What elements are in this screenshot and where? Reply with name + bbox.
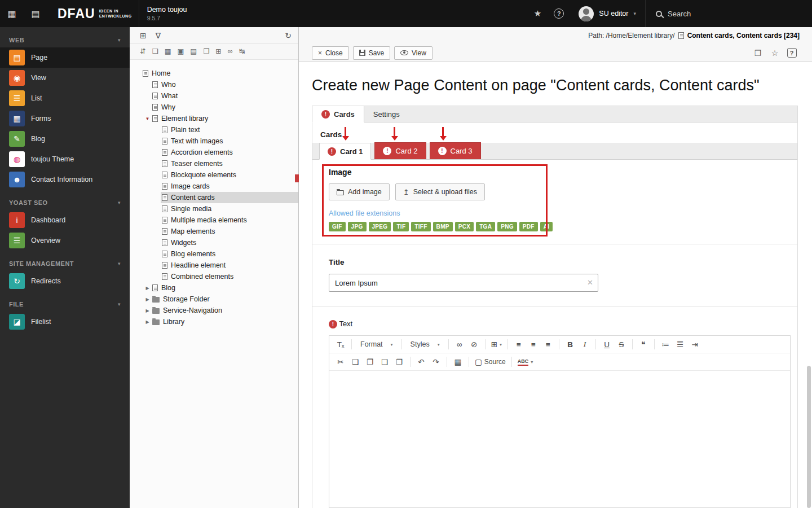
sidebar-item-contact-information[interactable]: ☻Contact Information: [0, 169, 130, 190]
tab-settings[interactable]: Settings: [364, 106, 409, 122]
editor-content-area[interactable]: [329, 371, 790, 507]
redo-button[interactable]: ↷: [429, 355, 443, 369]
pagetree-toggle-button[interactable]: ▤: [24, 0, 47, 27]
menu-section-header[interactable]: WEB▾: [0, 32, 130, 47]
unlink-button[interactable]: ⊘: [467, 338, 481, 351]
remove-format-button[interactable]: Tₓ: [334, 338, 347, 351]
tree-item-widgets[interactable]: Widgets: [130, 237, 298, 248]
drag-rows-icon[interactable]: ▤: [190, 48, 197, 55]
paste-button[interactable]: ❐: [363, 355, 377, 369]
drag-page-icon[interactable]: ⇵: [140, 48, 145, 55]
bookmark-button[interactable]: ★: [527, 0, 548, 27]
tab-cards[interactable]: !Cards: [312, 106, 364, 122]
select-upload-files-button[interactable]: ↥Select & upload files: [395, 183, 485, 200]
menu-section-header[interactable]: YOAST SEO▾: [0, 194, 130, 210]
tree-item-blog[interactable]: ▶Blog: [130, 282, 298, 294]
underline-button[interactable]: U: [600, 338, 614, 351]
filter-icon[interactable]: ∇: [156, 32, 161, 40]
cut-button[interactable]: ✂: [334, 355, 347, 369]
add-image-button[interactable]: Add image: [329, 183, 390, 200]
tree-item-blog-elements[interactable]: Blog elements: [130, 248, 298, 260]
drag-link-icon[interactable]: ∞: [228, 48, 233, 55]
tree-item-image-cards[interactable]: Image cards: [130, 181, 298, 192]
tree-item-blockquote-elements[interactable]: Blockquote elements: [130, 169, 298, 181]
italic-button[interactable]: I: [578, 338, 592, 351]
bulleted-list-button[interactable]: ☰: [673, 338, 687, 351]
tree-item-service-navigation[interactable]: ▶Service-Navigation: [130, 305, 298, 316]
sidebar-item-overview[interactable]: ☰Overview: [0, 230, 130, 251]
tree-item-home[interactable]: Home: [130, 68, 298, 79]
card-tab-card-1[interactable]: !Card 1: [319, 143, 371, 160]
menu-section-header[interactable]: SITE MANAGEMENT▾: [0, 255, 130, 271]
blockquote-button[interactable]: ❝: [637, 338, 650, 351]
table-button[interactable]: ⊞▾: [489, 338, 504, 351]
user-menu[interactable]: SU editor ▾: [570, 0, 645, 27]
tree-item-headline-element[interactable]: Headline element: [130, 260, 298, 271]
paste-from-word-button[interactable]: ❒: [392, 355, 406, 369]
allowed-file-extensions-link[interactable]: Allowed file extensions: [329, 209, 781, 218]
tree-item-content-cards[interactable]: Content cards: [130, 192, 298, 203]
bold-button[interactable]: B: [563, 338, 577, 351]
tree-item-library[interactable]: ▶Library: [130, 316, 298, 327]
strikethrough-button[interactable]: S: [615, 338, 628, 351]
tree-item-accordion-elements[interactable]: Accordion elements: [130, 147, 298, 158]
tree-item-text-with-images[interactable]: Text with images: [130, 135, 298, 147]
spellcheck-button[interactable]: ABC▾: [516, 355, 535, 369]
refresh-icon[interactable]: ↻: [285, 32, 292, 40]
csh-help-button[interactable]: ?: [784, 46, 799, 60]
tree-item-multiple-media-elements[interactable]: Multiple media elements: [130, 214, 298, 226]
indent-button[interactable]: ⇥: [688, 338, 701, 351]
format-dropdown[interactable]: Format▾: [356, 338, 398, 351]
sidebar-item-view[interactable]: ◉View: [0, 68, 130, 88]
copy-button[interactable]: ❏: [348, 355, 362, 369]
sidebar-item-filelist[interactable]: ◪Filelist: [0, 312, 130, 332]
source-button[interactable]: ▢Source: [473, 355, 508, 369]
help-button[interactable]: ?: [548, 0, 570, 27]
undo-button[interactable]: ↶: [414, 355, 428, 369]
expand-icon[interactable]: ▶: [144, 319, 151, 325]
module-menu-toggle-button[interactable]: ▦: [0, 0, 24, 27]
drag-content-icon[interactable]: ▦: [165, 48, 171, 55]
sidebar-item-dashboard[interactable]: iDashboard: [0, 210, 130, 230]
open-in-new-window-button[interactable]: ❐: [751, 46, 765, 60]
styles-dropdown[interactable]: Styles▾: [406, 338, 444, 351]
align-right-button[interactable]: ≡: [541, 338, 555, 351]
align-left-button[interactable]: ≡: [512, 338, 526, 351]
close-button[interactable]: ×Close: [312, 46, 349, 60]
drag-paste-icon[interactable]: ⊞: [215, 48, 221, 55]
sidebar-item-redirects[interactable]: ↻Redirects: [0, 271, 130, 291]
tree-item-who[interactable]: Who: [130, 79, 298, 90]
sidebar-item-page[interactable]: ▤Page: [0, 47, 130, 68]
menu-section-header[interactable]: FILE▾: [0, 296, 130, 312]
expand-icon[interactable]: ▶: [144, 308, 151, 313]
drag-panel-icon[interactable]: ▣: [178, 48, 184, 55]
view-button[interactable]: View: [394, 46, 433, 60]
sidebar-item-list[interactable]: ☰List: [0, 88, 130, 108]
tree-item-plain-text[interactable]: Plain text: [130, 124, 298, 135]
tree-item-element-library[interactable]: ▼Element library: [130, 113, 298, 124]
collapse-icon[interactable]: ▼: [144, 116, 151, 121]
tree-item-single-media[interactable]: Single media: [130, 203, 298, 214]
tree-item-combined-elements[interactable]: Combined elements: [130, 271, 298, 282]
save-button[interactable]: Save: [353, 46, 390, 60]
search-bar[interactable]: Search: [645, 0, 812, 27]
sidebar-item-forms[interactable]: ▦Forms: [0, 108, 130, 129]
tree-item-teaser-elements[interactable]: Teaser elements: [130, 158, 298, 169]
drag-page-alt-icon[interactable]: ❏: [152, 48, 158, 55]
tree-item-why[interactable]: Why: [130, 102, 298, 113]
clear-input-icon[interactable]: ✕: [587, 278, 593, 287]
drag-divider-icon[interactable]: ↹: [239, 48, 245, 55]
new-page-icon[interactable]: ⊞: [140, 32, 147, 40]
title-input[interactable]: [329, 274, 598, 292]
align-center-button[interactable]: ≡: [527, 338, 540, 351]
expand-icon[interactable]: ▶: [144, 297, 151, 302]
card-tab-card-2[interactable]: !Card 2: [374, 142, 426, 159]
sidebar-item-blog[interactable]: ✎Blog: [0, 129, 130, 149]
tree-item-map-elements[interactable]: Map elements: [130, 226, 298, 237]
add-bookmark-button[interactable]: ☆: [767, 46, 782, 60]
link-button[interactable]: ∞: [453, 338, 466, 351]
tree-item-storage-folder[interactable]: ▶Storage Folder: [130, 294, 298, 305]
expand-icon[interactable]: ▶: [144, 286, 151, 291]
paste-plain-text-button[interactable]: ❑: [378, 355, 391, 369]
card-tab-card-3[interactable]: !Card 3: [430, 142, 481, 159]
